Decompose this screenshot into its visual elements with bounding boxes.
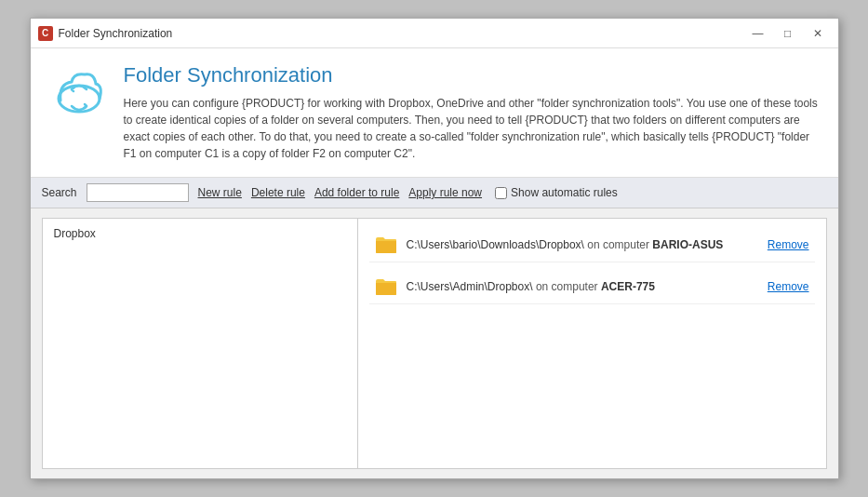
cloud-icon-container [49, 63, 109, 123]
folder-icon-1 [375, 235, 397, 254]
app-icon-letter: C [42, 28, 48, 38]
svg-point-0 [59, 86, 100, 112]
search-input[interactable] [87, 183, 189, 202]
folder-path-2: C:\Users\Admin\Dropbox\ on computer ACER… [407, 280, 758, 293]
header-section: Folder Synchronization Here you can conf… [31, 48, 838, 178]
search-label: Search [42, 186, 77, 199]
cloud-sync-icon [51, 65, 107, 121]
folder-entry-2: C:\Users\Admin\Dropbox\ on computer ACER… [369, 270, 815, 304]
add-folder-button[interactable]: Add folder to rule [314, 186, 399, 199]
path-text-2: C:\Users\Admin\Dropbox\ [407, 280, 533, 293]
remove-button-2[interactable]: Remove [768, 280, 809, 293]
left-panel: Dropbox [42, 218, 358, 469]
list-item[interactable]: Dropbox [48, 224, 352, 243]
on-label-2: on computer [536, 280, 598, 293]
toolbar: Search New rule Delete rule Add folder t… [31, 178, 838, 208]
app-icon: C [38, 26, 53, 41]
on-label-1: on computer [587, 238, 649, 251]
header-title: Folder Synchronization [124, 63, 820, 87]
show-automatic-checkbox[interactable] [495, 187, 507, 199]
title-bar: C Folder Synchronization — □ ✕ [31, 19, 838, 48]
minimize-button[interactable]: — [745, 24, 771, 43]
folder-icon-2 [375, 277, 397, 296]
path-text-1: C:\Users\bario\Downloads\Dropbox\ [407, 238, 584, 251]
remove-button-1[interactable]: Remove [768, 238, 809, 251]
window-title: Folder Synchronization [59, 27, 745, 40]
maximize-button[interactable]: □ [775, 24, 801, 43]
delete-rule-button[interactable]: Delete rule [251, 186, 305, 199]
folder-path-1: C:\Users\bario\Downloads\Dropbox\ on com… [407, 238, 758, 251]
header-text: Folder Synchronization Here you can conf… [124, 63, 820, 162]
computer-name-2: ACER-775 [601, 280, 655, 293]
close-button[interactable]: ✕ [805, 24, 831, 43]
show-automatic-text: Show automatic rules [511, 186, 618, 199]
main-window: C Folder Synchronization — □ ✕ Folder [30, 18, 839, 479]
main-content: Dropbox C:\Users\bario\Downloads\Dropbox… [31, 208, 838, 478]
folder-entry-1: C:\Users\bario\Downloads\Dropbox\ on com… [369, 228, 815, 262]
show-automatic-label[interactable]: Show automatic rules [495, 186, 618, 199]
header-description: Here you can configure {PRODUCT} for wor… [124, 95, 820, 162]
right-panel: C:\Users\bario\Downloads\Dropbox\ on com… [358, 218, 827, 469]
window-controls: — □ ✕ [745, 24, 831, 43]
apply-rule-button[interactable]: Apply rule now [408, 186, 482, 199]
computer-name-1: BARIO-ASUS [652, 238, 723, 251]
new-rule-button[interactable]: New rule [198, 186, 242, 199]
